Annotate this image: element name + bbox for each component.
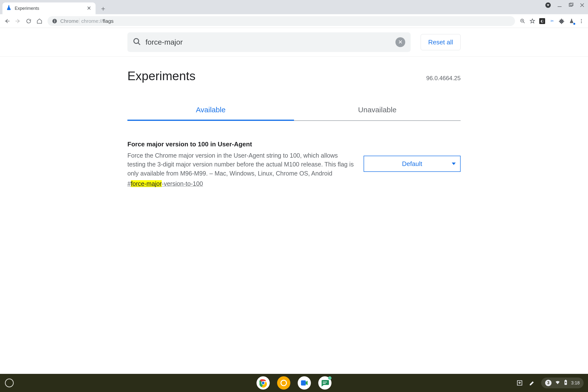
flags-search-box[interactable]: ✕ [127, 32, 411, 52]
duo-app-icon[interactable] [298, 376, 311, 390]
clock: 3:18 [571, 380, 580, 386]
flag-select[interactable]: Default [364, 156, 461, 172]
chrome-app-icon[interactable] [257, 376, 270, 390]
flag-anchor-link[interactable]: #force-major-version-to-100 [127, 180, 203, 187]
yellow-app-icon[interactable] [277, 376, 290, 390]
zoom-icon[interactable] [518, 17, 527, 25]
browser-toolbar: Chrome chrome://flags ◐ ✂ [0, 14, 588, 28]
tray-pen-icon[interactable] [529, 380, 535, 386]
svg-rect-0 [558, 6, 562, 7]
window-controls [545, 2, 585, 8]
nav-reload-button[interactable] [24, 16, 33, 26]
svg-rect-15 [301, 380, 306, 386]
svg-rect-1 [569, 4, 572, 6]
flag-description: Force the Chrome major version in the Us… [127, 151, 354, 178]
sync-badge-icon[interactable] [545, 2, 551, 8]
window-minimize-icon[interactable] [557, 3, 562, 8]
extension-square-icon[interactable]: ◐ [538, 17, 546, 25]
search-input[interactable] [146, 38, 391, 46]
omnibox[interactable]: Chrome chrome://flags [47, 16, 515, 26]
launcher-button[interactable] [5, 378, 14, 387]
flag-anchor-prefix: # [127, 180, 131, 187]
chromeos-shelf: 3 3:18 [0, 374, 588, 392]
flask-extension-icon[interactable] [568, 17, 576, 25]
svg-rect-5 [54, 21, 55, 22]
tab-unavailable[interactable]: Unavailable [294, 100, 461, 120]
search-icon [133, 38, 141, 47]
chrome-version: 96.0.4664.25 [426, 75, 461, 82]
omnibox-scheme: chrome:// [81, 18, 103, 24]
tray-download-icon[interactable] [516, 380, 523, 386]
nav-home-button[interactable] [35, 16, 44, 26]
messages-app-icon[interactable] [318, 376, 331, 390]
svg-rect-17 [323, 383, 326, 384]
wifi-icon [555, 380, 560, 386]
browser-menu-icon[interactable] [577, 17, 586, 25]
new-tab-button[interactable]: ＋ [98, 4, 108, 14]
battery-icon [564, 380, 568, 386]
notification-count: 3 [545, 380, 552, 386]
nav-back-button[interactable] [2, 16, 12, 26]
bookmark-star-icon[interactable] [528, 17, 537, 25]
svg-point-4 [54, 20, 55, 20]
flags-page: ✕ Reset all Experiments 96.0.4664.25 Ava… [0, 28, 588, 374]
nav-forward-button[interactable] [13, 16, 22, 26]
shelf-status-area: 3 3:18 [516, 378, 584, 388]
svg-point-9 [581, 22, 582, 23]
tab-available[interactable]: Available [127, 100, 294, 120]
tabstrip: Experiments ✕ ＋ [0, 0, 588, 14]
clear-search-button[interactable]: ✕ [395, 37, 405, 47]
svg-rect-16 [323, 382, 327, 382]
omnibox-origin-label: Chrome [60, 18, 79, 24]
flag-anchor-suffix: -version-to-100 [162, 180, 203, 187]
flag-select-value: Default [402, 160, 422, 168]
svg-rect-19 [565, 380, 566, 380]
tab-title: Experiments [15, 6, 83, 11]
svg-point-8 [581, 20, 582, 22]
omnibox-address: Chrome chrome://flags [60, 18, 114, 24]
window-close-icon[interactable] [580, 3, 585, 8]
svg-point-10 [134, 38, 139, 44]
omnibox-path: flags [103, 18, 113, 24]
flask-icon [6, 5, 12, 12]
svg-point-7 [581, 19, 582, 20]
status-tray[interactable]: 3 3:18 [541, 378, 584, 388]
reset-all-button[interactable]: Reset all [421, 34, 461, 50]
shelf-apps [257, 376, 331, 390]
chevron-down-icon [452, 162, 456, 165]
omnibox-separator [79, 18, 79, 24]
svg-rect-2 [570, 3, 573, 6]
flag-anchor-highlight: force-major [131, 180, 162, 187]
window-maximize-icon[interactable] [569, 3, 573, 8]
flags-tabs: Available Unavailable [127, 100, 461, 121]
close-tab-icon[interactable]: ✕ [86, 5, 92, 12]
extensions-puzzle-icon[interactable] [558, 17, 566, 25]
site-info-icon[interactable] [52, 18, 57, 24]
page-title: Experiments [127, 69, 196, 83]
flag-title: Force major version to 100 in User-Agent [127, 140, 354, 148]
flag-entry: Force major version to 100 in User-Agent… [127, 140, 461, 187]
svg-point-14 [281, 380, 287, 386]
browser-tab[interactable]: Experiments ✕ [2, 2, 96, 14]
scissors-icon[interactable]: ✂ [548, 17, 556, 25]
